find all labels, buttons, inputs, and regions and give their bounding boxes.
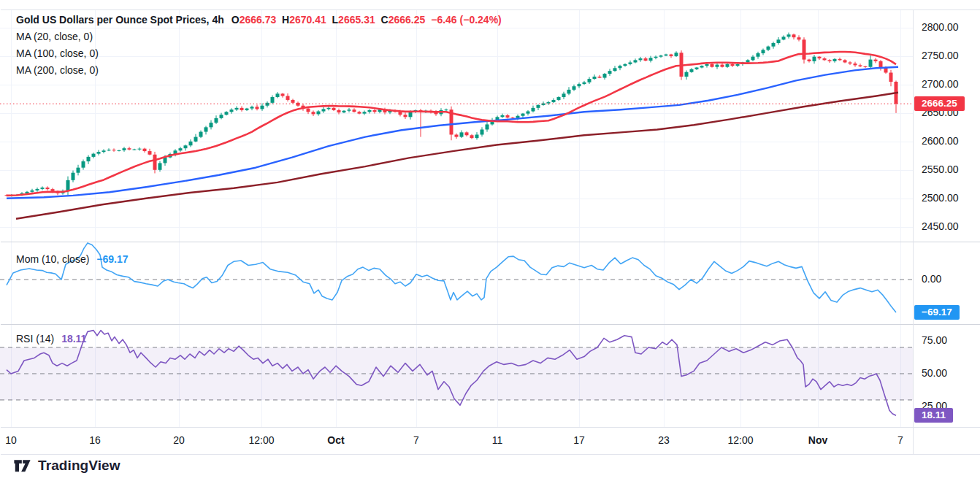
price-axis-label: 2450.00 bbox=[922, 220, 959, 232]
time-axis-label: 20 bbox=[173, 434, 185, 446]
time-axis-label: 23 bbox=[658, 434, 670, 446]
symbol-title: Gold US Dollars per Ounce Spot Prices, 4… bbox=[16, 14, 224, 26]
price-axis-label: 2550.00 bbox=[922, 163, 959, 175]
tradingview-logo-icon bbox=[13, 458, 31, 474]
time-axis-label: 11 bbox=[492, 434, 503, 446]
main-legend-row[interactable]: Gold US Dollars per Ounce Spot Prices, 4… bbox=[16, 12, 502, 27]
tradingview-logo[interactable]: TradingView bbox=[13, 458, 120, 474]
rsi-value: 18.11 bbox=[61, 333, 86, 345]
momentum-line bbox=[7, 243, 896, 312]
ma200-line bbox=[16, 93, 898, 219]
mom-value: −69.17 bbox=[96, 253, 128, 265]
price-axis-label: 2700.00 bbox=[922, 78, 959, 90]
ma200-legend[interactable]: MA (200, close, 0) bbox=[16, 63, 99, 77]
price-axis-label: 2750.00 bbox=[922, 50, 959, 61]
time-axis-label: 17 bbox=[573, 434, 585, 446]
rsi-label: RSI (14) bbox=[16, 333, 54, 345]
time-axis-label: Oct bbox=[327, 434, 344, 446]
candles bbox=[5, 33, 898, 197]
tradingview-chart: Gold US Dollars per Ounce Spot Prices, 4… bbox=[0, 0, 980, 481]
time-axis-label: 7 bbox=[897, 434, 903, 446]
change-value: −6.46 (−0.24%) bbox=[431, 14, 502, 26]
time-axis-label: 16 bbox=[89, 434, 101, 446]
mom-axis-label: 0.00 bbox=[922, 273, 941, 285]
rsi-value-badge: 18.11 bbox=[914, 408, 953, 423]
rsi-axis-label: 50.00 bbox=[922, 367, 947, 379]
last-price-badge: 2666.25 bbox=[914, 96, 965, 111]
price-axis-label: 2500.00 bbox=[922, 192, 959, 204]
time-axis-label: 10 bbox=[5, 434, 17, 446]
time-axis-label: Nov bbox=[808, 434, 827, 446]
mom-legend[interactable]: Mom (10, close)−69.17 bbox=[16, 253, 129, 265]
chart-plot-area[interactable] bbox=[0, 0, 980, 481]
time-axis-label: 7 bbox=[413, 434, 419, 446]
rsi-legend[interactable]: RSI (14)18.11 bbox=[16, 333, 86, 345]
mom-label: Mom (10, close) bbox=[16, 253, 89, 265]
brand-text: TradingView bbox=[38, 458, 120, 474]
time-axis-label: 12:00 bbox=[727, 434, 753, 446]
price-axis-label: 2800.00 bbox=[922, 21, 959, 33]
ma20-legend[interactable]: MA (20, close, 0) bbox=[16, 29, 93, 44]
rsi-axis-label: 75.00 bbox=[922, 334, 947, 346]
ma100-legend[interactable]: MA (100, close, 0) bbox=[16, 46, 99, 61]
price-axis-label: 2600.00 bbox=[922, 135, 959, 147]
ohlc-values: O2666.73 H2670.41 L2665.31 C2666.25 bbox=[231, 14, 425, 26]
time-axis-label: 12:00 bbox=[248, 434, 274, 446]
mom-value-badge: −69.17 bbox=[914, 305, 960, 320]
